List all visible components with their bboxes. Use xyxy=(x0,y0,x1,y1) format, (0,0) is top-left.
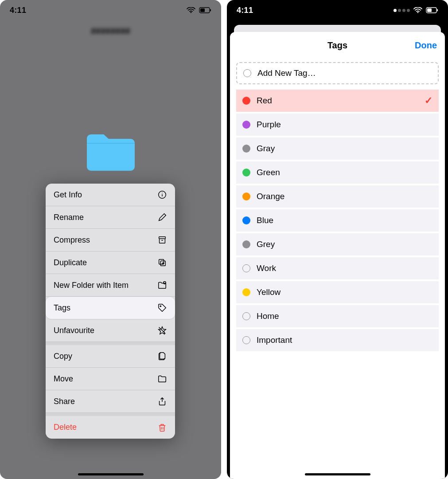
ctx-item-label: Copy xyxy=(54,352,72,361)
ctx-item-label: Share xyxy=(54,397,75,406)
battery-icon xyxy=(199,7,211,13)
ctx-item-copy[interactable]: Copy xyxy=(46,342,175,368)
folder-icon xyxy=(157,374,167,384)
star-off-icon xyxy=(157,326,167,335)
tag-color-dot xyxy=(242,216,250,224)
svg-point-14 xyxy=(160,306,161,306)
ctx-item-get-info[interactable]: Get Info xyxy=(46,184,175,206)
ctx-item-label: Tags xyxy=(54,303,70,313)
wifi-icon xyxy=(413,7,422,13)
battery-icon xyxy=(426,7,438,13)
folderadd-icon xyxy=(157,280,167,290)
svg-rect-21 xyxy=(437,9,438,12)
tag-icon xyxy=(157,303,167,313)
svg-point-13 xyxy=(164,282,166,284)
info-icon xyxy=(157,190,167,200)
tag-label: Blue xyxy=(257,216,432,225)
tag-label: Orange xyxy=(257,192,432,201)
tag-color-dot xyxy=(242,288,250,296)
tag-color-dot xyxy=(242,264,250,272)
ctx-item-tags[interactable]: Tags xyxy=(46,297,175,319)
tag-color-dot xyxy=(242,169,250,177)
ctx-item-label: Move xyxy=(54,374,73,384)
tag-row-work[interactable]: Work xyxy=(236,257,439,279)
svg-rect-2 xyxy=(200,8,205,12)
tag-color-dot xyxy=(242,312,250,320)
status-time: 4:11 xyxy=(237,6,253,15)
sheet-header: Tags Done xyxy=(230,32,445,59)
tag-label: Green xyxy=(257,168,432,177)
ctx-item-label: Unfavourite xyxy=(54,326,94,335)
tag-row-gray[interactable]: Gray xyxy=(236,137,439,160)
sheet-title: Tags xyxy=(327,40,347,51)
svg-point-5 xyxy=(162,193,162,193)
tag-row-grey[interactable]: Grey xyxy=(236,233,439,255)
trash-icon xyxy=(157,423,167,432)
tag-label: Grey xyxy=(257,240,432,249)
status-bar: 4:11 xyxy=(227,0,448,20)
tag-list: Red✓PurpleGrayGreenOrangeBlueGreyWorkYel… xyxy=(230,90,445,353)
ctx-item-label: Compress xyxy=(54,236,90,245)
svg-rect-7 xyxy=(159,237,166,239)
tag-row-red[interactable]: Red✓ xyxy=(236,90,439,112)
tag-row-green[interactable]: Green xyxy=(236,161,439,184)
context-menu: Get InfoRenameCompressDuplicateNew Folde… xyxy=(46,184,175,439)
tag-color-dot xyxy=(242,121,250,129)
add-new-tag-label: Add New Tag… xyxy=(257,68,316,78)
tag-label: Gray xyxy=(257,144,432,153)
done-button[interactable]: Done xyxy=(415,40,437,51)
pencil-icon xyxy=(157,212,167,222)
tag-label: Red xyxy=(257,96,418,106)
ctx-item-duplicate[interactable]: Duplicate xyxy=(46,251,175,274)
tag-row-yellow[interactable]: Yellow xyxy=(236,281,439,303)
duplicate-icon xyxy=(157,258,167,267)
svg-point-0 xyxy=(191,12,192,13)
tag-label: Work xyxy=(257,263,432,273)
tag-label: Important xyxy=(257,335,432,345)
tag-label: Yellow xyxy=(257,287,432,297)
ctx-item-move[interactable]: Move xyxy=(46,368,175,390)
svg-rect-3 xyxy=(210,9,211,12)
ctx-item-label: Get Info xyxy=(54,190,82,200)
tag-row-important[interactable]: Important xyxy=(236,329,439,351)
wifi-icon xyxy=(187,7,195,13)
ctx-item-label: New Folder with Item xyxy=(54,281,129,290)
phone-screen-left: ######## 4:11 Get InfoRenameCompressDupl… xyxy=(0,0,221,479)
tag-row-home[interactable]: Home xyxy=(236,305,439,327)
page-dots-icon xyxy=(393,9,410,12)
ctx-item-delete[interactable]: Delete xyxy=(46,413,175,439)
tag-color-dot xyxy=(242,192,250,200)
home-indicator[interactable] xyxy=(305,473,370,475)
tag-color-dot xyxy=(242,145,250,153)
check-icon: ✓ xyxy=(425,95,432,106)
ctx-item-rename[interactable]: Rename xyxy=(46,206,175,229)
tags-sheet: Tags Done Add New Tag… Red✓PurpleGrayGre… xyxy=(230,32,445,479)
tag-row-blue[interactable]: Blue xyxy=(236,209,439,232)
ctx-item-unfavourite[interactable]: Unfavourite xyxy=(46,319,175,342)
ctx-item-label: Delete xyxy=(54,423,77,432)
status-time: 4:11 xyxy=(10,6,26,15)
ctx-item-share[interactable]: Share xyxy=(46,390,175,413)
svg-point-18 xyxy=(417,12,419,13)
tag-row-orange[interactable]: Orange xyxy=(236,185,439,208)
ctx-item-compress[interactable]: Compress xyxy=(46,229,175,251)
selected-folder-icon xyxy=(84,131,137,173)
add-new-tag[interactable]: Add New Tag… xyxy=(236,62,439,84)
svg-rect-20 xyxy=(427,8,432,12)
archive-icon xyxy=(157,235,167,245)
tag-label: Home xyxy=(257,311,432,321)
tag-row-purple[interactable]: Purple xyxy=(236,114,439,136)
ctx-item-label: Rename xyxy=(54,213,84,222)
phone-screen-right: 4:11 Tags Done Add New Tag… Red✓PurpleGr… xyxy=(227,0,448,479)
tag-color-dot xyxy=(242,336,250,344)
ctx-item-label: Duplicate xyxy=(54,258,87,267)
tag-color-dot xyxy=(242,97,250,105)
tag-label: Purple xyxy=(257,120,432,130)
share-icon xyxy=(157,397,167,406)
home-indicator[interactable] xyxy=(78,473,144,475)
tag-color-dot xyxy=(242,240,250,248)
ctx-item-new-folder-with-item[interactable]: New Folder with Item xyxy=(46,274,175,297)
docs-icon xyxy=(157,351,167,361)
status-bar: 4:11 xyxy=(0,0,221,20)
empty-tag-icon xyxy=(243,69,251,77)
